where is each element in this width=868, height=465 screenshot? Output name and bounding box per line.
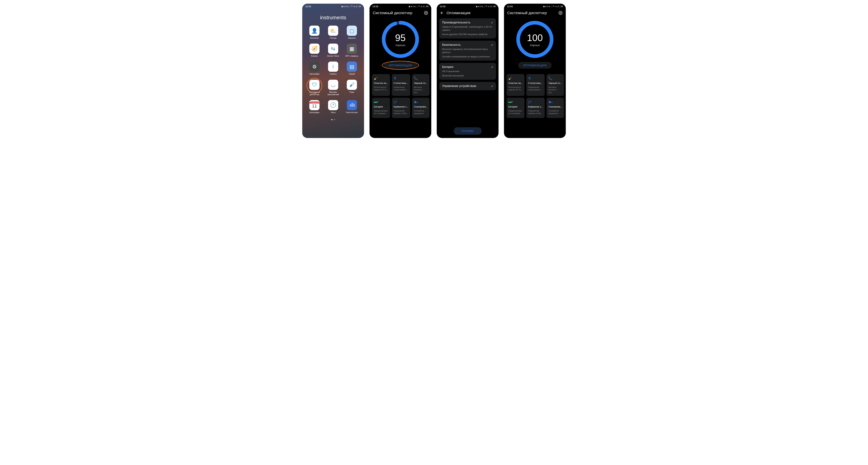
optimize-button[interactable]: ОПТИМИЗАЦИЯ xyxy=(384,62,417,69)
app-tinkoff[interactable]: ▤Tinkoff xyxy=(343,62,360,75)
app-темы[interactable]: 🖌Темы xyxy=(343,80,360,96)
app-label: Компас xyxy=(311,55,318,57)
feature-tile[interactable]: 📞Черный сп...Автовыя вление и бло... xyxy=(547,74,564,96)
results-list: ПроизводительностьЗакрыто 9 приложений, … xyxy=(437,18,498,125)
status-bar: 19:56 ◉ ⌀ ⦾ ⌀ ⬚ ⁴⁶ ₊ıl ₊ıl ⬚60 xyxy=(504,4,566,8)
feature-tile[interactable]: ⇅Статистика...Управление статистикой т..… xyxy=(392,74,410,96)
status-bar: 19:56 ◉ ⌀ ⦾ ⌀ ⬚ ⁴⁶ ₊ıl ₊ıl ⬚60 xyxy=(437,4,498,8)
app-контакты[interactable]: 👤Контакты xyxy=(306,26,323,39)
app-системный-диспетчер[interactable]: 🛡Системный диспетчер xyxy=(306,80,323,96)
app-icon: 👤 xyxy=(309,26,319,36)
check-icon: ✓ xyxy=(491,65,493,69)
tile-subtitle: Предполагаем ое оставшее... xyxy=(508,109,523,115)
tile-title: Буферная з... xyxy=(394,105,408,108)
card-title: Безопасность xyxy=(442,43,493,46)
app-label: Магазин приложений xyxy=(326,91,340,96)
app-часы[interactable]: 🕐Часы xyxy=(325,100,341,114)
feature-tile[interactable]: ▯⤴Буферная з...Управление правом отобр..… xyxy=(392,98,410,118)
card-line: Включен параметр Автообновление базы дан… xyxy=(442,47,493,54)
tile-icon: ▯⤴ xyxy=(528,100,543,104)
tile-subtitle: Используется памяти: 87 %... xyxy=(508,86,523,91)
app-label: Советы xyxy=(330,73,337,75)
clock: 19:55 xyxy=(305,5,311,8)
back-icon[interactable] xyxy=(440,11,444,15)
settings-icon[interactable] xyxy=(558,11,562,15)
tile-title: Статистика... xyxy=(528,82,543,85)
app-label: Зеркало xyxy=(348,37,356,39)
optimize-button[interactable]: ОПТИМИЗАЦИЯ xyxy=(518,62,552,69)
header: Системный диспетчер xyxy=(370,8,431,18)
tile-icon: ⇅ xyxy=(394,76,408,80)
tile-title: Сканирова... xyxy=(414,105,428,108)
card-line: Онлайн-сканирование на вирусы включено xyxy=(442,55,493,58)
feature-tile[interactable]: ▬▪БатареяПредполагаем ое оставшее... xyxy=(372,98,390,118)
app-device-clone[interactable]: ⇆Device Clone xyxy=(325,43,341,57)
app-магазин-приложений[interactable]: ◡Магазин приложений xyxy=(325,80,341,96)
tile-icon: ◉ᵩ xyxy=(414,100,428,104)
card-line: Закрыто 9 приложений, освобождено 1,50 Г… xyxy=(442,25,493,32)
score-ring: 95 Хорошо ОПТИМИЗАЦИЯ xyxy=(370,18,431,72)
home-screen: 19:55 ◉ ⌀ ⦾ ⌀ ⬚ ⁴⁶ ₊ıl ₊ıl ⬚61 instrumen… xyxy=(302,4,364,138)
tile-icon: 📞 xyxy=(414,76,428,80)
score-ring: 100 Хорошо ОПТИМИЗАЦИЯ xyxy=(504,18,566,72)
feature-tile[interactable]: 📞Черный сп...Автовыя вление и бло... xyxy=(412,74,430,96)
page-indicator xyxy=(302,114,364,126)
page-title: Оптимизация xyxy=(446,11,495,15)
app-voice-access[interactable]: ·ıllıVoice Access xyxy=(343,100,360,114)
done-button[interactable]: ГОТОВО xyxy=(454,127,482,135)
app-icon: ⇆ xyxy=(328,43,338,54)
feature-tile[interactable]: 🧹Очистка па...Используется памяти: 87 %.… xyxy=(506,74,525,96)
page-dot[interactable] xyxy=(334,119,335,120)
optimization-screen: 19:56 ◉ ⌀ ⦾ ⌀ ⬚ ⁴⁶ ₊ıl ₊ıl ⬚60 Оптимизац… xyxy=(437,4,498,138)
feature-tile[interactable]: ◉ᵩСканирова...Устройство защищено. xyxy=(547,98,564,118)
feature-tile[interactable]: ▬▪БатареяПредполагаем ое оставшее... xyxy=(506,98,525,118)
app-label: Настройки xyxy=(310,73,319,75)
result-card[interactable]: БезопасностьВключен параметр Автообновле… xyxy=(439,41,496,61)
app-календарь[interactable]: понедельник11Календарь xyxy=(306,100,323,114)
tile-title: Черный сп... xyxy=(548,82,562,85)
folder-title: instruments xyxy=(302,8,364,26)
app-icon: ▦ xyxy=(347,43,357,54)
app-icon: ▤ xyxy=(347,62,357,72)
feature-tile[interactable]: 🧹Очистка па...Используется памяти: 87 %.… xyxy=(372,74,390,96)
app-настройки[interactable]: ⚙Настройки xyxy=(306,62,323,75)
tile-title: Очистка па... xyxy=(508,82,523,85)
settings-icon[interactable] xyxy=(424,11,428,15)
tile-icon: ◉ᵩ xyxy=(548,100,562,104)
app-icon: 🕐 xyxy=(328,100,338,110)
app-погода[interactable]: ⛅Погода xyxy=(325,26,341,39)
result-card[interactable]: БатареяWi-Fi выключенBluetooth выключен✓ xyxy=(439,63,496,80)
app-мтс-сервисы[interactable]: ▦МТС сервисы xyxy=(343,43,360,57)
tile-title: Буферная з... xyxy=(528,105,543,108)
app-зеркало[interactable]: ▢Зеркало xyxy=(343,26,360,39)
score-value: 100 xyxy=(527,32,543,43)
feature-tile[interactable]: ▯⤴Буферная з...Управление правом отобр..… xyxy=(526,98,545,118)
check-icon: ✓ xyxy=(491,21,493,24)
app-советы[interactable]: iСоветы xyxy=(325,62,341,75)
app-компас[interactable]: 🧭Компас xyxy=(306,43,323,57)
app-label: Системный диспетчер xyxy=(307,91,322,96)
status-bar: 19:56 ◉ ⌀ ⦾ ⌀ ⬚ ⁴⁶ ₊ıl ₊ıl ⬚60 xyxy=(370,4,431,8)
tile-subtitle: Управление статистикой т... xyxy=(528,86,543,91)
tile-title: Очистка па... xyxy=(374,82,388,85)
system-manager-100: 19:56 ◉ ⌀ ⦾ ⌀ ⬚ ⁴⁶ ₊ıl ₊ıl ⬚60 Системный… xyxy=(504,4,566,138)
feature-tile[interactable]: ◉ᵩСканирова...Устройство защищено. xyxy=(412,98,430,118)
app-icon: 🧭 xyxy=(309,43,319,54)
app-icon: 🛡 xyxy=(309,80,319,90)
app-icon: ▢ xyxy=(347,26,357,36)
result-card[interactable]: Управление устройством✓ xyxy=(439,82,496,90)
app-grid: 👤Контакты⛅Погода▢Зеркало🧭Компас⇆Device C… xyxy=(302,26,364,114)
check-icon: ✓ xyxy=(491,43,493,47)
result-card[interactable]: ПроизводительностьЗакрыто 9 приложений, … xyxy=(439,18,496,38)
tile-subtitle: Устройство защищено. xyxy=(414,109,428,115)
clock: 19:56 xyxy=(372,5,378,8)
tile-title: Статистика... xyxy=(394,82,408,85)
tile-subtitle: Управление правом отобр... xyxy=(394,109,408,115)
svg-point-0 xyxy=(426,12,427,13)
tile-subtitle: Управление правом отобр... xyxy=(528,109,543,115)
tile-subtitle: Автовыя вление и бло... xyxy=(414,86,428,94)
feature-tile[interactable]: ⇅Статистика...Управление статистикой т..… xyxy=(526,74,545,96)
app-icon: ⚙ xyxy=(309,62,319,72)
page-dot[interactable] xyxy=(331,119,332,120)
app-icon: ◡ xyxy=(328,80,338,90)
